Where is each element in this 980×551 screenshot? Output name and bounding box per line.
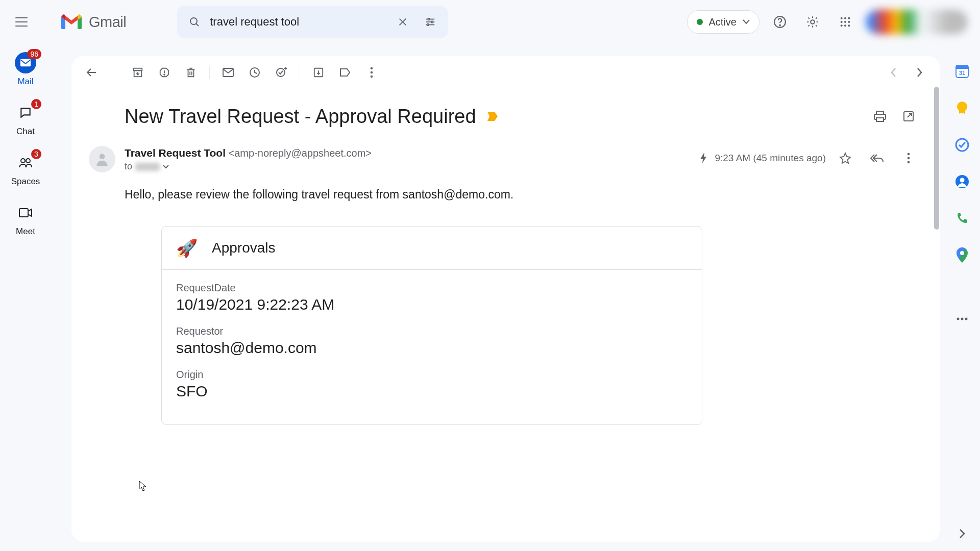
back-button[interactable] (81, 61, 103, 84)
star-button[interactable] (833, 146, 857, 170)
field-label: RequestDate (176, 282, 688, 294)
chevron-down-icon (743, 19, 750, 24)
svg-point-18 (848, 21, 850, 23)
subject-row: New Travel Request - Approval Required (71, 89, 940, 135)
svg-point-45 (371, 67, 373, 70)
recipient-redacted (135, 163, 160, 171)
keep-app-icon[interactable] (955, 101, 969, 115)
star-icon (839, 152, 851, 164)
maps-app-icon[interactable] (955, 248, 969, 262)
svg-point-13 (841, 17, 843, 19)
nav-item-meet[interactable]: Meet (15, 202, 36, 237)
nav-label: Meet (16, 227, 35, 237)
svg-point-12 (811, 20, 815, 24)
gmail-m-icon (59, 13, 84, 31)
svg-point-52 (100, 154, 105, 159)
field-value: santosh@demo.com (176, 339, 688, 357)
status-label: Active (709, 16, 737, 28)
older-button[interactable] (882, 61, 904, 84)
gmail-logo[interactable]: Gmail (59, 13, 126, 31)
svg-line-1 (196, 23, 199, 26)
more-apps-icon[interactable] (955, 312, 969, 326)
voice-app-icon[interactable] (955, 211, 969, 226)
label-chip-icon[interactable] (486, 111, 499, 122)
spam-button[interactable] (153, 61, 176, 84)
nav-item-chat[interactable]: 1 Chat (15, 102, 36, 137)
message-toolbar (71, 56, 940, 89)
recipients-line[interactable]: to (125, 161, 690, 172)
clock-icon (249, 66, 261, 79)
sender-email: <amp-noreply@appsheet.com> (229, 147, 372, 159)
search-icon[interactable] (182, 10, 207, 34)
sender-row: Travel Request Tool <amp-noreply@appshee… (71, 135, 940, 172)
print-button[interactable] (868, 104, 892, 129)
chat-badge: 1 (31, 99, 41, 109)
svg-point-32 (960, 178, 965, 183)
svg-text:31: 31 (959, 70, 965, 76)
svg-point-9 (427, 24, 429, 26)
snooze-button[interactable] (243, 61, 266, 84)
clear-search-icon[interactable] (390, 10, 415, 34)
nav-item-mail[interactable]: 96 Mail (15, 52, 36, 87)
message-body: Hello, please review the following trave… (71, 172, 940, 425)
more-vert-icon (370, 67, 373, 78)
sender-name[interactable]: Travel Request Tool (125, 147, 226, 159)
field-label: Origin (176, 369, 688, 381)
calendar-app-icon[interactable]: 31 (955, 64, 969, 79)
svg-point-40 (164, 74, 165, 75)
svg-point-7 (431, 21, 433, 23)
newer-button[interactable] (909, 61, 931, 84)
settings-button[interactable] (800, 10, 825, 34)
svg-point-20 (844, 24, 846, 27)
card-body: RequestDate 10/19/2021 9:22:23 AM Reques… (162, 270, 702, 424)
google-apps-button[interactable] (833, 10, 857, 34)
archive-button[interactable] (127, 61, 149, 84)
svg-point-47 (371, 76, 373, 78)
spaces-badge: 3 (31, 149, 41, 159)
expand-side-panel-icon[interactable] (954, 527, 969, 541)
svg-point-53 (908, 153, 910, 156)
toolbar-separator (300, 66, 300, 79)
help-icon (773, 15, 787, 29)
main-menu-button[interactable] (9, 10, 34, 34)
search-input[interactable] (210, 15, 387, 29)
svg-point-23 (21, 159, 25, 163)
message-more-button[interactable] (896, 146, 921, 170)
timestamp: 9:23 AM (45 minutes ago) (715, 153, 826, 164)
more-vert-icon (907, 153, 910, 164)
open-new-window-button[interactable] (896, 104, 921, 129)
mail-icon (222, 67, 234, 78)
message-view: New Travel Request - Approval Required T… (71, 56, 940, 542)
delete-button[interactable] (180, 61, 202, 84)
nav-rail: 96 Mail 1 Chat 3 Spaces Meet (0, 44, 51, 551)
search-bar[interactable] (177, 6, 448, 38)
greeting-text: Hello, please review the following trave… (125, 188, 921, 202)
svg-point-43 (277, 68, 285, 77)
svg-point-15 (848, 17, 850, 19)
status-chip[interactable]: Active (687, 10, 760, 34)
svg-point-24 (26, 159, 30, 163)
tasks-app-icon[interactable] (955, 138, 969, 152)
scrollbar-thumb[interactable] (934, 87, 939, 230)
more-actions-button[interactable] (360, 61, 383, 84)
add-to-tasks-button[interactable] (270, 61, 292, 84)
status-dot-icon (697, 19, 703, 25)
mark-unread-button[interactable] (217, 61, 239, 84)
labels-button[interactable] (334, 61, 356, 84)
svg-point-0 (190, 18, 197, 24)
move-to-button[interactable] (307, 61, 330, 84)
svg-point-33 (960, 251, 964, 255)
card-header: 🚀 Approvals (162, 227, 702, 270)
account-avatar[interactable] (866, 10, 968, 34)
move-to-icon (313, 67, 324, 78)
add-task-icon (275, 66, 287, 79)
open-external-icon (902, 110, 915, 122)
search-options-icon[interactable] (418, 10, 443, 34)
nav-item-spaces[interactable]: 3 Spaces (11, 152, 40, 187)
support-button[interactable] (768, 10, 792, 34)
reply-all-button[interactable] (865, 146, 889, 170)
sender-avatar[interactable] (89, 146, 115, 172)
contacts-app-icon[interactable] (955, 174, 969, 189)
field-requestor: Requestor santosh@demo.com (176, 325, 688, 357)
svg-rect-29 (960, 113, 964, 114)
